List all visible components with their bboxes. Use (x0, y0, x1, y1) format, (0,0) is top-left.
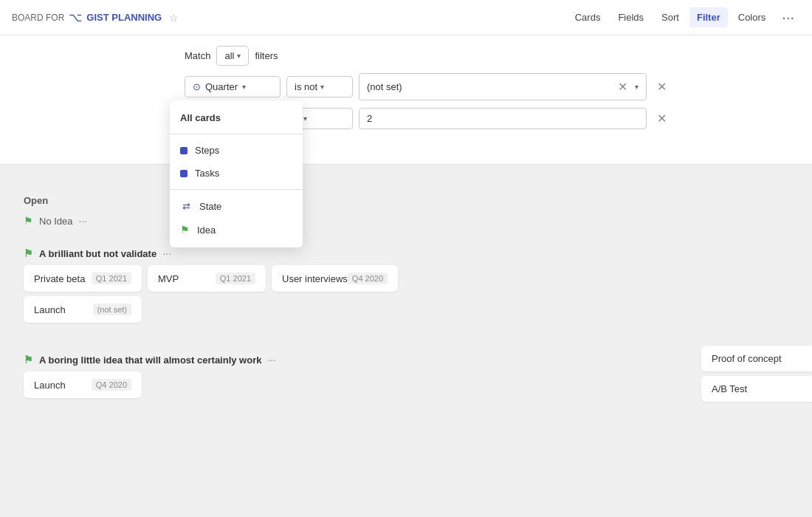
match-chevron: ▾ (237, 52, 241, 60)
filters-label: filters (255, 50, 278, 61)
board-name: GIST PLANNING (86, 12, 162, 23)
card-mvp[interactable]: MVP Q1 2021 (148, 265, 266, 292)
dropdown-idea[interactable]: ⚑ Idea (170, 218, 303, 242)
more-button[interactable]: ··· (776, 6, 800, 29)
group2-right-section: Proof of concept A/B Test (701, 346, 812, 402)
remove-filter-2-button[interactable]: ✕ (653, 110, 671, 127)
filter-value-notset[interactable]: (not set) ✕ ▾ (359, 73, 647, 100)
idea-label: Idea (197, 225, 216, 236)
cards-button[interactable]: Cards (568, 7, 608, 27)
dropdown-all-cards[interactable]: All cards (170, 106, 303, 129)
open-section: Open ⚑ No Idea ··· (12, 189, 800, 239)
card-private-beta[interactable]: Private beta Q1 2021 (24, 265, 142, 292)
clear-value-button[interactable]: ✕ (613, 78, 632, 95)
card-proof-of-concept[interactable]: Proof of concept (701, 346, 812, 372)
group1-dots[interactable]: ··· (162, 247, 171, 259)
board-label: BOARD FOR ⌥ GIST PLANNING ☆ (12, 10, 179, 24)
group1-title-text: A brilliant but not validate (39, 248, 156, 259)
no-idea-dots[interactable]: ··· (79, 215, 88, 227)
fields-button[interactable]: Fields (610, 7, 651, 27)
state-icon: ⇄ (180, 200, 192, 212)
card-user-interviews[interactable]: User interviews Q4 2020 (272, 265, 398, 292)
dropdown-state[interactable]: ⇄ State (170, 194, 303, 218)
filter-value-2[interactable]: 2 (359, 108, 647, 129)
dropdown-tasks[interactable]: Tasks (170, 162, 303, 185)
state-label: State (199, 201, 221, 212)
group1-flag: ⚑ (24, 247, 33, 259)
header: BOARD FOR ⌥ GIST PLANNING ☆ Cards Fields… (0, 0, 812, 35)
filter-field-quarter[interactable]: ⊙ Quarter ▾ (185, 76, 281, 97)
remove-filter-1-button[interactable]: ✕ (653, 78, 671, 95)
dropdown-divider-2 (170, 189, 303, 190)
filter-panel: Match all ▾ filters ⊙ Quarter ▾ is not ▾… (0, 35, 812, 165)
all-cards-label: All cards (180, 112, 221, 123)
filter-button[interactable]: Filter (689, 7, 728, 27)
dropdown-menu: All cards Steps Tasks ⇄ State ⚑ Idea (170, 100, 303, 247)
group2-cards-row: Launch Q4 2020 (24, 372, 788, 398)
group2-section: ⚑ A boring little idea that will almost … (12, 345, 800, 414)
no-idea-row: ⚑ No Idea ··· (24, 212, 788, 233)
header-actions: Cards Fields Sort Filter Colors ··· (568, 6, 800, 29)
card-ab-test[interactable]: A/B Test (701, 376, 812, 402)
dropdown-divider-1 (170, 134, 303, 134)
tasks-label: Tasks (195, 168, 219, 179)
group2-flag: ⚑ (24, 354, 33, 366)
steps-label: Steps (195, 145, 219, 156)
gt-chevron: ▾ (303, 114, 307, 123)
group1-title: ⚑ A brilliant but not validate ··· (24, 239, 788, 265)
match-select[interactable]: all ▾ (216, 46, 249, 66)
op-chevron: ▾ (320, 83, 324, 91)
filter-match-row: Match all ▾ filters (185, 46, 800, 66)
steps-dot (180, 147, 187, 154)
quarter-chevron: ▾ (242, 83, 246, 91)
filter-row-1: ⊙ Quarter ▾ is not ▾ (not set) ✕ ▾ ✕ (185, 73, 800, 100)
star-icon[interactable]: ☆ (169, 12, 179, 24)
quarter-icon: ⊙ (193, 81, 201, 92)
value-chevron: ▾ (635, 83, 639, 91)
tasks-dot (180, 170, 187, 177)
no-idea-text: No Idea (39, 216, 73, 227)
group2-dots[interactable]: ··· (267, 354, 276, 366)
match-label: Match (185, 50, 210, 61)
colors-button[interactable]: Colors (731, 7, 774, 27)
no-idea-flag: ⚑ (24, 215, 33, 227)
group1-cards-row: Private beta Q1 2021 MVP Q1 2021 User in… (24, 265, 788, 292)
group2-title: ⚑ A boring little idea that will almost … (24, 345, 788, 372)
group2-title-text: A boring little idea that will almost ce… (39, 355, 261, 366)
sort-button[interactable]: Sort (654, 7, 687, 27)
open-label: Open (24, 195, 788, 206)
filter-op-isnot[interactable]: is not ▾ (286, 76, 353, 97)
idea-flag-icon: ⚑ (180, 224, 190, 236)
card-launch-g2[interactable]: Launch Q4 2020 (24, 372, 142, 398)
group1-cards-row2: Launch (not set) (24, 296, 788, 323)
logo-icon: ⌥ (69, 10, 82, 24)
board-for-text: BOARD FOR (12, 13, 64, 23)
card-launch[interactable]: Launch (not set) (24, 296, 142, 323)
dropdown-steps[interactable]: Steps (170, 139, 303, 162)
group1-section: ⚑ A brilliant but not validate ··· Priva… (12, 239, 800, 339)
